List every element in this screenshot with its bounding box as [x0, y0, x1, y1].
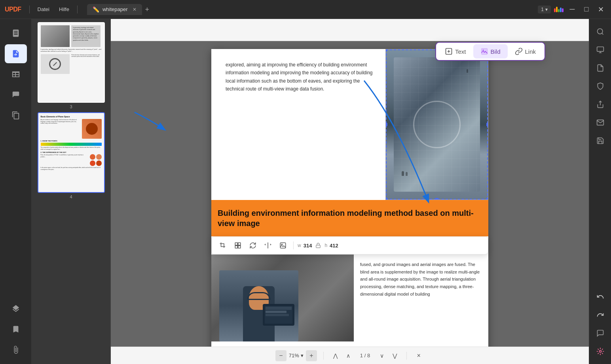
share-button[interactable]	[592, 96, 608, 112]
search-right-button[interactable]	[592, 24, 608, 40]
ai-button[interactable]	[592, 343, 608, 359]
thumbnail-panel: In geometry, topology and related elemen…	[32, 19, 111, 364]
zoom-level-display[interactable]: 71% ▾	[289, 353, 304, 358]
ocr-icon	[596, 46, 604, 54]
transform-icon	[234, 242, 241, 249]
zoom-in-button[interactable]: +	[306, 350, 317, 361]
page-dropdown-icon: ▾	[545, 7, 548, 12]
thumb-num-3: 3	[70, 104, 72, 109]
app-logo: UPDF	[5, 6, 21, 13]
page-number-control[interactable]: 1 ▾	[538, 6, 551, 13]
minimize-button[interactable]: ─	[567, 4, 578, 15]
extract-button[interactable]	[592, 60, 608, 76]
tab-edit-icon: ✏️	[93, 6, 99, 13]
bottom-divider-1	[323, 352, 324, 360]
divider-1	[29, 6, 30, 13]
lock-icon[interactable]	[314, 241, 322, 249]
tab-close-button[interactable]: ✕	[133, 7, 137, 12]
svg-rect-7	[280, 243, 286, 248]
arrow-1	[135, 112, 162, 128]
navigation-buttons-next: ∨ ⋁	[376, 350, 400, 361]
zoom-out-button[interactable]: −	[275, 350, 287, 361]
sidebar-item-reader[interactable]	[5, 24, 27, 43]
layers-icon	[11, 304, 20, 313]
extract-icon	[596, 64, 604, 72]
crop-icon	[219, 242, 226, 249]
bild-label: Bild	[491, 48, 501, 55]
handle-tl[interactable]	[386, 49, 387, 51]
flip-tool-button[interactable]	[262, 239, 274, 252]
redo-button[interactable]	[592, 307, 608, 323]
w-label: w	[298, 243, 301, 248]
handle-bottom[interactable]	[435, 198, 438, 200]
sidebar-item-attachment[interactable]	[5, 340, 27, 359]
add-tab-button[interactable]: +	[145, 6, 150, 13]
replace-tool-button[interactable]	[277, 239, 289, 252]
link-tool-button[interactable]: Link	[508, 44, 543, 58]
rotate-tool-button[interactable]	[247, 239, 259, 252]
person-image	[211, 255, 354, 341]
pdf-view[interactable]: explored, aiming at improving the effici…	[111, 41, 589, 347]
thumbnail-4[interactable]: Basic Elements of Plane Space Any art co…	[35, 112, 107, 199]
w-value[interactable]: 314	[304, 243, 312, 249]
bottom-divider-2	[406, 352, 407, 360]
transform-tool-button[interactable]	[231, 239, 244, 252]
sidebar-item-pages[interactable]	[5, 65, 27, 84]
save-button[interactable]	[592, 133, 608, 149]
link-label: Link	[525, 48, 536, 55]
rotate-icon	[249, 242, 256, 249]
text-tool-button[interactable]: Text	[438, 44, 473, 58]
share-icon	[596, 100, 604, 108]
protect-icon	[596, 82, 604, 90]
close-window-button[interactable]: ✕	[595, 4, 606, 15]
h-label: h	[324, 243, 327, 248]
architecture-image	[386, 49, 488, 200]
topbar: UPDF Datei Hilfe ✏️ whitepaper ✕ + 1 ▾ ─…	[0, 0, 611, 19]
email-button[interactable]	[592, 115, 608, 130]
next-page-button[interactable]: ∨	[376, 350, 387, 361]
email-icon	[596, 119, 604, 126]
undo-button[interactable]	[592, 289, 608, 305]
sidebar-item-copy[interactable]	[5, 106, 27, 125]
comment-button[interactable]	[592, 325, 608, 341]
go-last-button[interactable]: ⋁	[389, 350, 400, 361]
handle-left[interactable]	[386, 123, 387, 126]
page-right-image-area	[385, 49, 488, 200]
comment-icon	[596, 329, 604, 337]
tab-whitepaper[interactable]: ✏️ whitepaper ✕	[87, 4, 142, 15]
bottom-right-text: fused, and ground images and aerial imag…	[354, 255, 488, 341]
total-pages: 8	[367, 353, 370, 358]
zoom-dropdown-icon[interactable]: ▾	[301, 353, 304, 358]
convert-icon	[11, 91, 20, 99]
paragraph-3: Combined with practical cases, low-altit…	[219, 346, 480, 347]
thumb-page-4: Basic Elements of Plane Space Any art co…	[38, 112, 105, 193]
sidebar-item-convert[interactable]	[5, 85, 27, 104]
maximize-button[interactable]: □	[581, 4, 592, 15]
svg-rect-12	[597, 47, 603, 52]
ocr-button[interactable]	[592, 42, 608, 58]
divider-2	[77, 6, 78, 13]
crop-tool-button[interactable]	[216, 239, 229, 252]
prev-page-button[interactable]: ∧	[343, 350, 354, 361]
svg-rect-9	[316, 245, 321, 247]
orange-title: Building environment information modelin…	[218, 208, 482, 228]
sidebar-item-layers[interactable]	[5, 299, 27, 318]
menu-datei[interactable]: Datei	[34, 5, 53, 14]
handle-br[interactable]	[486, 198, 488, 200]
bild-tool-button[interactable]: Bild	[473, 44, 508, 58]
page-separator: /	[364, 353, 367, 358]
save-icon	[596, 137, 604, 145]
handle-bl[interactable]	[386, 198, 387, 200]
menu-hilfe[interactable]: Hilfe	[56, 5, 72, 14]
topbar-right: 1 ▾ ─ □ ✕	[538, 4, 606, 15]
close-bottom-button[interactable]: ×	[413, 350, 424, 361]
handle-right[interactable]	[486, 123, 488, 126]
undo-icon	[596, 293, 604, 301]
go-first-button[interactable]: ⋀	[330, 350, 341, 361]
protect-button[interactable]	[592, 78, 608, 94]
thumbnail-3[interactable]: In geometry, topology and related elemen…	[35, 22, 107, 109]
sidebar-item-bookmark[interactable]	[5, 320, 27, 339]
attachment-icon	[11, 345, 20, 354]
sidebar-item-edit[interactable]	[5, 44, 27, 63]
h-value[interactable]: 412	[330, 243, 338, 249]
